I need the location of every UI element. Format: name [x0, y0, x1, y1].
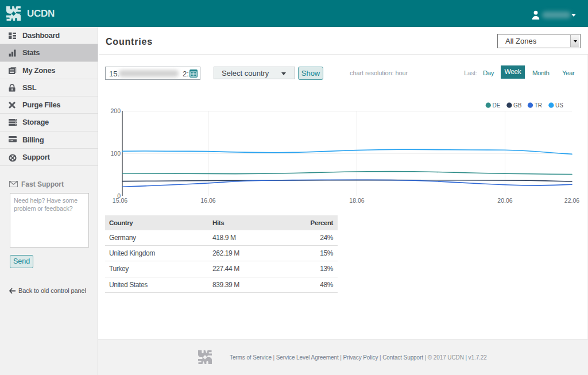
svg-text:20.06: 20.06 [497, 197, 512, 204]
svg-text:TR: TR [535, 102, 542, 109]
svg-text:100: 100 [110, 150, 121, 157]
svg-text:GB: GB [513, 102, 522, 109]
svg-text:DE: DE [493, 102, 501, 109]
svg-text:16.06: 16.06 [200, 197, 215, 204]
svg-text:US: US [555, 102, 563, 109]
svg-text:18.06: 18.06 [349, 197, 364, 204]
svg-text:22.06: 22.06 [564, 197, 579, 204]
svg-text:200: 200 [110, 107, 121, 114]
svg-text:15.06: 15.06 [113, 197, 127, 204]
